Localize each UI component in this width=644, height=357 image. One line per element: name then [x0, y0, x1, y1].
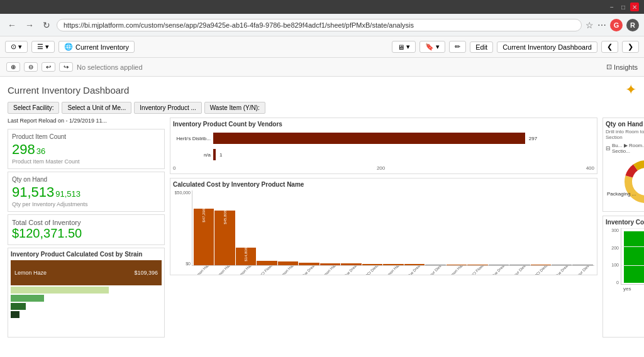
- cost-xlabel-12: Sour Diesel: [426, 266, 447, 275]
- strain-value: $109,396: [134, 270, 158, 276]
- strain-bar-2: [11, 287, 109, 294]
- app-toolbar: ⊙▾ ☰▾ 🌐 Current Inventory 🖥▾ 🔖▾ ✏ Edit C…: [0, 36, 644, 58]
- list-icon: ☰: [37, 43, 43, 51]
- cost-bar-9: [362, 264, 382, 265]
- vendor-bar-2: [213, 149, 216, 160]
- cost-xlabel-4: OCI Flower: [257, 266, 277, 275]
- browser-chrome: − □ ✕: [0, 0, 644, 14]
- cost-xlabel-14: OCI Flower: [468, 266, 489, 275]
- strain-bar-primary: Lemon Haze $109,396: [11, 260, 162, 285]
- undo-btn[interactable]: ↩: [42, 62, 55, 72]
- inventory-filter[interactable]: Inventory Product ...: [134, 102, 202, 114]
- next-sheet-btn[interactable]: ❯: [622, 41, 639, 53]
- cost-bar-13: [447, 265, 467, 265]
- monitor-btn[interactable]: 🖥▾: [392, 41, 416, 53]
- minimize-btn[interactable]: −: [608, 3, 616, 11]
- cost-xlabel-15: Blue Drea...: [489, 266, 510, 275]
- product-count-kpi: Product Item Count 298 36 Product Item M…: [8, 129, 165, 169]
- cost-y-max: $50,000: [173, 190, 191, 195]
- cost-xlabel-3: Lemon Haz...: [235, 266, 256, 275]
- vendor-bar-row-1: Herb's Distrib... 297: [173, 133, 594, 144]
- strain-bar-3: [11, 295, 44, 302]
- cost-bar-15: [489, 265, 509, 265]
- reload-text: Last Report Reload on - 1/29/2019 11...: [8, 118, 165, 124]
- redo-btn[interactable]: ↪: [59, 62, 73, 72]
- left-panel: Last Report Reload on - 1/29/2019 11... …: [8, 118, 165, 338]
- qty-label: Qty on Hand: [12, 176, 160, 183]
- vendor-value-2: 1: [219, 152, 222, 158]
- cost-xlabel-5: Lemon Haz...: [278, 266, 299, 275]
- location-title: Qty on Hand by Location: [606, 121, 644, 128]
- product-count-desc: Product Item Master Count: [12, 158, 160, 165]
- pencil-btn[interactable]: ✏: [449, 41, 466, 53]
- cost-bar-2: $45,808: [214, 211, 235, 265]
- x-label-200: 200: [377, 165, 385, 171]
- dashboard-nav-btn[interactable]: Current Inventory Dashboard: [497, 41, 597, 53]
- pencil-icon: ✏: [455, 43, 460, 51]
- waste-filter[interactable]: Waste Item (Y/N):: [204, 102, 265, 114]
- right-panel: Qty on Hand by Location Drill into Room …: [602, 118, 644, 338]
- lot-y-0: 0: [606, 280, 619, 285]
- monitor-icon: 🖥: [397, 43, 404, 51]
- extensions-icon[interactable]: ⋯: [597, 20, 606, 30]
- insights-btn[interactable]: ⊡ Insights: [606, 63, 638, 71]
- cost-xlabel-6: Blue Drea...: [299, 266, 319, 275]
- cost-bar-14: [467, 265, 487, 265]
- total-cost-label: Total Cost of Inventory: [12, 219, 160, 226]
- forward-button[interactable]: →: [23, 19, 36, 31]
- insights-label: Insights: [614, 63, 638, 71]
- cost-bar-4: [257, 261, 277, 265]
- cost-xlabel-19: Sour Diesel: [574, 266, 594, 275]
- lot-chart-title: Inventory Count Lot-Tracked v...: [606, 219, 644, 226]
- prev-sheet-btn[interactable]: ❮: [601, 41, 618, 53]
- maximize-btn[interactable]: □: [619, 3, 628, 11]
- cost-y-min: $0: [173, 261, 191, 266]
- lot-y-100: 100: [606, 263, 619, 267]
- list-view-btn[interactable]: ☰▾: [31, 41, 55, 53]
- cost-chart: Calculated Cost by Inventory Product Nam…: [170, 178, 597, 275]
- cost-xlabel-16: Sour Diesel: [510, 266, 531, 275]
- url-bar[interactable]: https://bi.mjplatform.com/custom/sense/a…: [57, 19, 582, 31]
- cost-bar-19: [572, 265, 592, 265]
- selections-bar: ⊕ ⊖ ↩ ↪ No selections applied ⊡ Insights: [0, 58, 644, 77]
- vendor-bar-area: Herb's Distrib... 297 n/a 1: [173, 130, 594, 163]
- dashboard-header: Current Inventory Dashboard ✦: [8, 82, 636, 98]
- cost-xlabel-7: Lemon Haz...: [320, 266, 341, 275]
- strain-label: Lemon Haze: [14, 270, 47, 276]
- globe-icon: 🌐: [64, 43, 73, 51]
- location-donut-container: Vault 2-Lef... Packaging ...: [606, 157, 644, 207]
- browser-bar: ← → ↻ https://bi.mjplatform.com/custom/s…: [0, 14, 644, 36]
- lot-chart: Inventory Count Lot-Tracked v... 300 200…: [602, 216, 644, 338]
- edit-button[interactable]: Edit: [470, 41, 493, 53]
- zoom-in-btn[interactable]: ⊕: [6, 62, 20, 72]
- cost-bar-12: [425, 265, 445, 265]
- bookmark-btn[interactable]: 🔖▾: [419, 41, 445, 53]
- product-count-value: 298: [12, 141, 35, 158]
- lot-y-200: 200: [606, 246, 619, 250]
- zoom-out-btn[interactable]: ⊖: [24, 62, 38, 72]
- facility-filter[interactable]: Select Facility:: [8, 102, 59, 114]
- app-menu-btn[interactable]: ⊙▾: [5, 41, 28, 53]
- unit-filter[interactable]: Select a Unit of Me...: [62, 102, 131, 114]
- total-cost-value: $120,371.50: [12, 226, 160, 241]
- qty-value: 91,513: [12, 184, 54, 200]
- product-count-label: Product Item Count: [12, 133, 160, 140]
- page-title: Current Inventory Dashboard: [8, 85, 129, 96]
- back-button[interactable]: ←: [5, 19, 19, 31]
- cost-xlabel-11: Blue Drea...: [404, 266, 425, 275]
- qty-on-hand-kpi: Qty on Hand 91,513 91,513 Qty per Invent…: [8, 172, 165, 212]
- location-subtitle: Drill into Room to see Zone & Section: [606, 129, 644, 140]
- lot-y-300: 300: [606, 228, 619, 233]
- star-icon[interactable]: ☆: [586, 20, 594, 30]
- breadcrumb-text: Bu... ▶ Room... ▶ Zone... ▶ Sectio...: [612, 143, 644, 154]
- bookmark-icon: 🔖: [425, 43, 434, 51]
- app-title: Current Inventory: [75, 43, 129, 51]
- close-btn[interactable]: ✕: [630, 3, 639, 11]
- cost-bar-5: [278, 261, 298, 265]
- cost-bar-3: $14,808: [236, 248, 256, 265]
- menu-icon: ⊙: [11, 43, 16, 51]
- lot-x-label: yes: [623, 286, 644, 292]
- refresh-button[interactable]: ↻: [40, 19, 53, 31]
- browser-icon-r: R: [626, 19, 639, 31]
- strain-chart: Inventory Product Calculated Cost by Str…: [8, 248, 165, 338]
